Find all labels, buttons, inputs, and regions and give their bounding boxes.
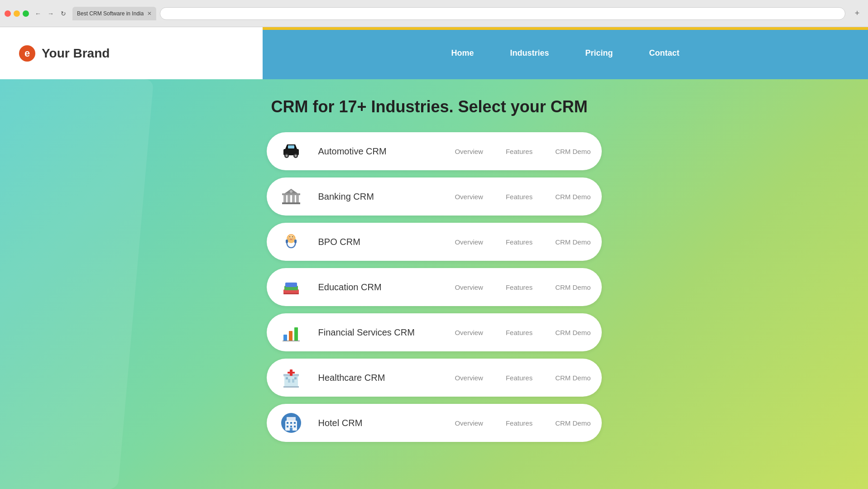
close-window-button[interactable] [5, 10, 11, 17]
bpo-features-link[interactable]: Features [506, 238, 532, 246]
svg-rect-45 [290, 422, 292, 424]
automotive-features-link[interactable]: Features [506, 148, 532, 155]
browser-tab[interactable]: Best CRM Software in India ✕ [72, 7, 156, 20]
svg-rect-14 [282, 202, 300, 204]
content-wrapper: CRM for 17+ Industries. Select your CRM [267, 97, 602, 442]
forward-button[interactable]: → [45, 8, 56, 19]
bpo-crm-name: BPO CRM [314, 237, 446, 247]
healthcare-crm-links: Overview Features CRM Demo [455, 374, 590, 382]
maximize-window-button[interactable] [23, 10, 29, 17]
financial-features-link[interactable]: Features [506, 329, 532, 336]
svg-rect-9 [283, 195, 286, 202]
logo-area: e Your Brand [0, 27, 263, 79]
nav-home[interactable]: Home [451, 48, 474, 58]
financial-overview-link[interactable]: Overview [455, 329, 483, 336]
banking-overview-link[interactable]: Overview [455, 193, 483, 201]
automotive-crm-name: Automotive CRM [314, 146, 446, 157]
bpo-icon-wrap [278, 228, 305, 255]
bpo-demo-link[interactable]: CRM Demo [555, 238, 590, 246]
education-demo-link[interactable]: CRM Demo [555, 283, 590, 291]
browser-chrome: ← → ↻ Best CRM Software in India ✕ + [0, 0, 868, 27]
nav-pricing[interactable]: Pricing [585, 48, 613, 58]
crm-row-automotive[interactable]: Automotive CRM Overview Features CRM Dem… [267, 132, 602, 170]
crm-row-hotel[interactable]: Hotel CRM Overview Features CRM Demo [267, 404, 602, 442]
banking-crm-links: Overview Features CRM Demo [455, 193, 590, 201]
main-nav: Home Industries Pricing Contact [263, 27, 868, 79]
financial-demo-link[interactable]: CRM Demo [555, 329, 590, 336]
bpo-overview-link[interactable]: Overview [455, 238, 483, 246]
healthcare-demo-link[interactable]: CRM Demo [555, 374, 590, 382]
site-header: e Your Brand Home Industries Pricing Con… [0, 27, 868, 79]
svg-rect-11 [292, 195, 295, 202]
crm-row-financial[interactable]: Financial Services CRM Overview Features… [267, 313, 602, 351]
svg-rect-46 [294, 422, 296, 424]
education-overview-link[interactable]: Overview [455, 283, 483, 291]
svg-rect-32 [284, 375, 298, 387]
hotel-features-link[interactable]: Features [506, 419, 532, 427]
svg-rect-43 [287, 417, 296, 422]
svg-rect-37 [288, 372, 295, 374]
education-icon [280, 276, 302, 298]
healthcare-features-link[interactable]: Features [506, 374, 532, 382]
svg-rect-28 [283, 335, 287, 341]
crm-row-education[interactable]: Education CRM Overview Features CRM Demo [267, 268, 602, 306]
automotive-demo-link[interactable]: CRM Demo [555, 148, 590, 155]
hotel-crm-name: Hotel CRM [314, 418, 446, 428]
new-tab-button[interactable]: + [851, 7, 863, 20]
education-crm-links: Overview Features CRM Demo [455, 283, 590, 291]
nav-industries[interactable]: Industries [510, 48, 549, 58]
svg-rect-33 [288, 379, 290, 383]
crm-list: Automotive CRM Overview Features CRM Dem… [267, 132, 602, 442]
car-icon [280, 140, 302, 163]
svg-rect-38 [286, 377, 288, 379]
main-content: CRM for 17+ Industries. Select your CRM [0, 79, 868, 489]
financial-crm-name: Financial Services CRM [314, 327, 446, 338]
automotive-icon-wrap [278, 138, 305, 165]
crm-row-bpo[interactable]: BPO CRM Overview Features CRM Demo [267, 223, 602, 261]
svg-rect-19 [286, 240, 288, 243]
svg-rect-26 [285, 283, 297, 287]
healthcare-icon-wrap [278, 364, 305, 391]
education-crm-name: Education CRM [314, 282, 446, 292]
banking-crm-name: Banking CRM [314, 192, 446, 202]
svg-rect-12 [296, 195, 299, 202]
traffic-lights [5, 10, 29, 17]
education-features-link[interactable]: Features [506, 283, 532, 291]
address-bar[interactable] [160, 7, 845, 20]
svg-text:e: e [24, 48, 30, 59]
banking-features-link[interactable]: Features [506, 193, 532, 201]
automotive-overview-link[interactable]: Overview [455, 148, 483, 155]
crm-row-banking[interactable]: Banking CRM Overview Features CRM Demo [267, 177, 602, 216]
page-title: CRM for 17+ Industries. Select your CRM [267, 97, 602, 116]
svg-rect-8 [288, 145, 294, 149]
financial-crm-links: Overview Features CRM Demo [455, 329, 590, 336]
brand-name: Your Brand [42, 46, 110, 61]
healthcare-crm-name: Healthcare CRM [314, 373, 446, 383]
education-icon-wrap [278, 273, 305, 301]
healthcare-overview-link[interactable]: Overview [455, 374, 483, 382]
svg-point-22 [289, 236, 290, 237]
tab-close-button[interactable]: ✕ [147, 10, 152, 17]
minimize-window-button[interactable] [14, 10, 20, 17]
hotel-demo-link[interactable]: CRM Demo [555, 419, 590, 427]
svg-point-23 [292, 236, 293, 237]
svg-rect-48 [290, 426, 292, 427]
back-button[interactable]: ← [33, 8, 43, 19]
crm-row-healthcare[interactable]: Healthcare CRM Overview Features CRM Dem… [267, 359, 602, 397]
refresh-button[interactable]: ↻ [58, 8, 69, 19]
automotive-crm-links: Overview Features CRM Demo [455, 148, 590, 155]
svg-point-6 [285, 155, 288, 157]
svg-rect-27 [283, 293, 299, 294]
svg-rect-50 [290, 428, 293, 431]
svg-rect-39 [294, 377, 297, 379]
page: e Your Brand Home Industries Pricing Con… [0, 27, 868, 489]
hotel-overview-link[interactable]: Overview [455, 419, 483, 427]
nav-contact[interactable]: Contact [649, 48, 680, 58]
financial-icon-wrap [278, 319, 305, 346]
financial-icon [280, 321, 302, 344]
svg-point-7 [294, 155, 297, 157]
browser-nav-buttons: ← → ↻ [33, 8, 69, 19]
bank-icon [280, 185, 302, 208]
tab-title: Best CRM Software in India [77, 10, 144, 17]
banking-demo-link[interactable]: CRM Demo [555, 193, 590, 201]
